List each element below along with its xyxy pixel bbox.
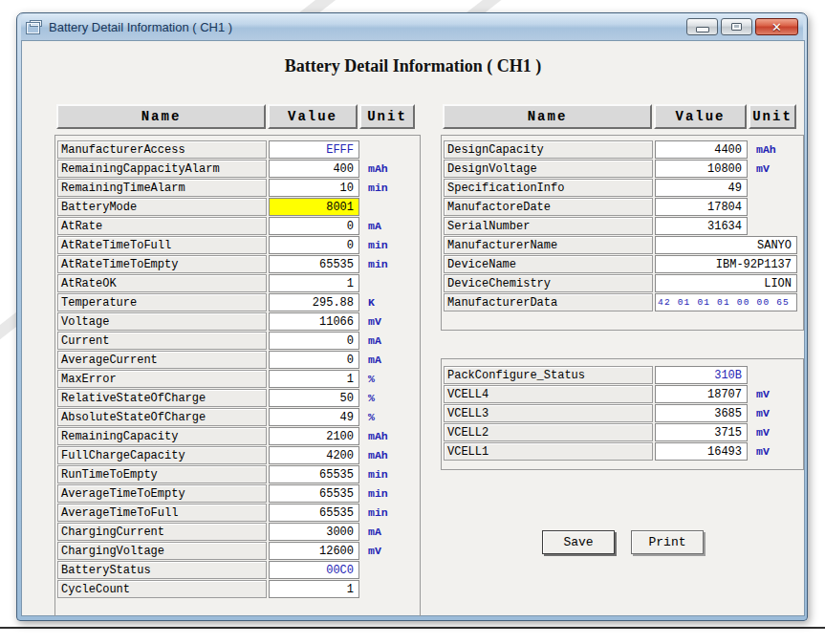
param-value-field[interactable]: 00C0 bbox=[269, 561, 359, 579]
table-row: AtRateTimeToFull0min bbox=[57, 236, 413, 254]
left-table-header: Name Value Unit bbox=[56, 104, 415, 129]
table-row: VCELL33685mV bbox=[444, 404, 797, 422]
param-value-field[interactable]: 65535 bbox=[269, 465, 359, 483]
param-name: SerialNumber bbox=[444, 217, 653, 235]
param-value-field[interactable]: 1 bbox=[269, 274, 359, 292]
param-value-field[interactable]: 18707 bbox=[655, 385, 748, 403]
param-unit: mV bbox=[361, 542, 413, 560]
table-row: ManufacturerAccessEFFF bbox=[57, 140, 413, 159]
param-value-field[interactable]: 3685 bbox=[655, 404, 748, 422]
table-row: ManufacturerData42 01 01 01 00 00 65 bbox=[444, 293, 797, 311]
param-value-field[interactable]: 2100 bbox=[269, 427, 359, 445]
param-value-field[interactable]: 0 bbox=[269, 217, 359, 235]
param-value-field[interactable]: 1 bbox=[269, 580, 359, 598]
param-name: AbsoluteStateOfCharge bbox=[57, 408, 267, 426]
param-value-field[interactable]: 31634 bbox=[655, 217, 748, 235]
param-value-field[interactable]: 0 bbox=[269, 236, 359, 254]
table-row: AverageCurrent0mA bbox=[57, 351, 413, 369]
table-row: Current0mA bbox=[57, 332, 413, 350]
param-name: AverageCurrent bbox=[57, 351, 267, 369]
param-name: BatteryStatus bbox=[57, 561, 267, 579]
param-name: ManufacturerData bbox=[444, 293, 653, 311]
param-unit bbox=[361, 274, 413, 292]
param-unit bbox=[361, 140, 413, 159]
param-unit: mV bbox=[361, 312, 413, 331]
param-name: RemainingCapacity bbox=[57, 427, 267, 445]
param-value-field[interactable]: 0 bbox=[269, 351, 359, 369]
param-name: DesignVoltage bbox=[444, 160, 653, 178]
page-bottom-rule bbox=[0, 627, 825, 629]
param-value-field[interactable]: 42 01 01 01 00 00 65 bbox=[655, 293, 797, 311]
param-value-field[interactable]: 65535 bbox=[269, 484, 359, 503]
param-value-field[interactable]: 1 bbox=[269, 370, 359, 388]
param-value-field[interactable]: 3000 bbox=[269, 523, 359, 541]
param-value-field[interactable]: IBM-92P1137 bbox=[655, 255, 797, 273]
table-row: AtRateTimeToEmpty65535min bbox=[57, 255, 413, 273]
table-row: AverageTimeToEmpty65535min bbox=[57, 484, 413, 503]
param-value-field[interactable]: LION bbox=[655, 274, 797, 292]
param-name: AtRate bbox=[57, 217, 267, 235]
minimize-button[interactable] bbox=[686, 18, 718, 35]
param-value-field[interactable]: 16493 bbox=[655, 442, 748, 461]
param-value-field[interactable]: 17804 bbox=[655, 198, 748, 216]
param-unit: mAh bbox=[749, 140, 797, 159]
param-unit: K bbox=[361, 293, 413, 311]
column-header-name: Name bbox=[443, 104, 652, 129]
param-value-field[interactable]: 8001 bbox=[269, 198, 359, 216]
param-value-field[interactable]: 65535 bbox=[269, 255, 359, 273]
right-bottom-table: PackConfigure_Status310BVCELL418707mVVCE… bbox=[444, 366, 797, 462]
param-value-field[interactable]: 10800 bbox=[655, 160, 748, 178]
param-unit: mA bbox=[361, 332, 413, 350]
param-value-field[interactable]: 49 bbox=[655, 179, 748, 197]
save-button[interactable]: Save bbox=[542, 530, 615, 554]
param-unit: mV bbox=[749, 160, 797, 178]
table-row: RemainingCapacity2100mAh bbox=[57, 427, 413, 445]
param-value-field[interactable]: 4200 bbox=[269, 446, 359, 464]
param-value-field[interactable]: 310B bbox=[655, 366, 748, 384]
param-name: Temperature bbox=[57, 293, 267, 311]
table-row: VCELL418707mV bbox=[444, 385, 797, 403]
close-button[interactable]: ✕ bbox=[755, 18, 798, 35]
param-name: SpecificationInfo bbox=[444, 179, 653, 197]
title-bar[interactable]: Battery Detail Information ( CH1 ) ✕ bbox=[21, 13, 803, 40]
param-value-field[interactable]: 4400 bbox=[655, 140, 748, 159]
column-header-name: Name bbox=[56, 104, 266, 129]
column-header-value: Value bbox=[268, 104, 358, 129]
table-row: RemainingCappacityAlarm400mAh bbox=[57, 160, 413, 178]
param-value-field[interactable]: EFFF bbox=[269, 140, 359, 159]
window-controls: ✕ bbox=[686, 18, 798, 35]
table-row: VCELL23715mV bbox=[444, 423, 797, 441]
print-button[interactable]: Print bbox=[631, 530, 704, 554]
param-value-field[interactable]: 49 bbox=[269, 408, 359, 426]
param-value-field[interactable]: 295.88 bbox=[269, 293, 359, 311]
param-name: RemainingCappacityAlarm bbox=[57, 160, 267, 178]
param-unit: mAh bbox=[361, 160, 413, 178]
param-unit: mA bbox=[361, 351, 413, 369]
param-value-field[interactable]: SANYO bbox=[655, 236, 797, 254]
param-unit bbox=[749, 366, 797, 384]
param-unit: mV bbox=[749, 404, 797, 422]
param-value-field[interactable]: 3715 bbox=[655, 423, 748, 441]
param-name: RunTimeToEmpty bbox=[57, 465, 267, 483]
table-row: SerialNumber31634 bbox=[444, 217, 797, 235]
param-value-field[interactable]: 0 bbox=[269, 332, 359, 350]
table-row: AtRateOK1 bbox=[57, 274, 413, 292]
maximize-button[interactable] bbox=[721, 18, 752, 35]
param-value-field[interactable]: 12600 bbox=[269, 542, 359, 560]
param-value-field[interactable]: 50 bbox=[269, 389, 359, 407]
param-value-field[interactable]: 400 bbox=[269, 160, 359, 178]
table-row: DeviceNameIBM-92P1137 bbox=[444, 255, 797, 273]
param-name: AverageTimeToFull bbox=[57, 504, 267, 522]
param-unit: min bbox=[361, 504, 413, 522]
table-row: ManufacturerNameSANYO bbox=[444, 236, 797, 254]
param-name: Current bbox=[57, 332, 267, 350]
param-unit: mAh bbox=[361, 446, 413, 464]
param-value-field[interactable]: 10 bbox=[269, 179, 359, 197]
param-value-field[interactable]: 11066 bbox=[269, 312, 359, 331]
param-name: VCELL2 bbox=[444, 423, 653, 441]
param-unit: mV bbox=[749, 385, 797, 403]
param-value-field[interactable]: 65535 bbox=[269, 504, 359, 522]
param-name: Voltage bbox=[57, 312, 267, 331]
param-unit: mV bbox=[749, 442, 797, 461]
table-row: MaxError1% bbox=[57, 370, 413, 388]
